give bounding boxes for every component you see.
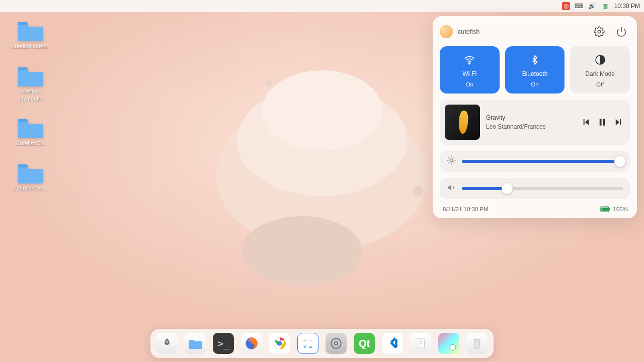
- album-art: [445, 105, 480, 140]
- dark-mode-toggle[interactable]: Dark Mode Off: [570, 46, 630, 94]
- quick-toggles: Wi-Fi On Bluetooth On Dark Mode Off: [440, 46, 630, 94]
- toggle-label: Dark Mode: [585, 70, 615, 77]
- slider-track[interactable]: [462, 160, 623, 163]
- dock-files[interactable]: [185, 333, 206, 354]
- wifi-toggle[interactable]: Wi-Fi On: [440, 46, 500, 94]
- toggle-state: On: [466, 81, 473, 87]
- dock-text-editor[interactable]: [410, 333, 431, 354]
- datetime-label: 8/11/21 10:30 PM: [443, 206, 489, 212]
- desktop-icon-label: cutefish-plymouth: [10, 88, 50, 103]
- svg-point-5: [266, 80, 272, 86]
- power-button[interactable]: [613, 23, 630, 40]
- dock-chrome[interactable]: [269, 333, 290, 354]
- svg-line-22: [448, 162, 449, 163]
- volume-slider[interactable]: [440, 178, 630, 199]
- dock-calculator[interactable]: + −× =: [297, 333, 318, 354]
- slider-track[interactable]: [462, 187, 623, 190]
- svg-point-4: [242, 216, 362, 287]
- keyboard-icon[interactable]: ⌨: [575, 2, 583, 10]
- desktop-icon-label: CutefishOS: [16, 140, 44, 147]
- svg-point-15: [450, 159, 453, 162]
- chrome-icon: [273, 336, 287, 350]
- cc-footer: 8/11/21 10:30 PM 100%: [440, 205, 630, 213]
- battery-status: 100%: [600, 206, 628, 212]
- firefox-icon: [245, 336, 259, 350]
- desktop-icons: cutefish-cursor cutefish-plymouth Cutefi…: [10, 20, 50, 193]
- svg-line-23: [453, 157, 454, 158]
- pause-icon: [598, 118, 607, 127]
- dock-qt[interactable]: Qt: [354, 333, 375, 354]
- terminal-icon: >_: [217, 337, 229, 349]
- svg-rect-13: [603, 119, 605, 126]
- user-avatar[interactable]: [440, 25, 453, 38]
- dock-settings[interactable]: [326, 333, 347, 354]
- volume-icon: [447, 183, 456, 194]
- folder-icon: [17, 20, 43, 41]
- svg-point-37: [450, 344, 456, 350]
- svg-point-31: [335, 342, 338, 345]
- desktop-icon-label: CutefishTech: [14, 186, 46, 193]
- svg-point-6: [413, 186, 423, 196]
- dock-terminal[interactable]: >_: [213, 333, 234, 354]
- svg-rect-11: [584, 119, 585, 125]
- svg-rect-12: [600, 119, 602, 126]
- media-controls: [582, 118, 623, 127]
- power-icon: [616, 26, 627, 37]
- folder-icon: [17, 65, 43, 86]
- dock-trash[interactable]: [466, 333, 488, 354]
- volume-tray-icon[interactable]: 🔊: [588, 2, 596, 10]
- slider-fill: [462, 187, 507, 190]
- control-center-panel: cutefish Wi-Fi On Bluetooth On Dark Mode…: [433, 16, 637, 218]
- vscode-icon: [386, 337, 399, 350]
- folder-icon: [17, 117, 43, 138]
- username-label: cutefish: [458, 28, 586, 35]
- track-artist: Leo Stannard/Frances: [486, 123, 576, 130]
- dock-firefox[interactable]: [241, 333, 262, 354]
- settings-button[interactable]: [591, 23, 608, 40]
- media-widget: Gravity Leo Stannard/Frances: [440, 100, 630, 145]
- brightness-icon: [447, 156, 456, 167]
- contrast-icon: [594, 53, 606, 66]
- battery-icon: [600, 206, 610, 212]
- folder-icon: [188, 337, 202, 349]
- dock-launcher[interactable]: [156, 333, 178, 354]
- document-icon: [415, 337, 426, 350]
- svg-rect-14: [620, 119, 621, 125]
- toggle-state: On: [531, 81, 538, 87]
- slider-thumb[interactable]: [502, 183, 513, 194]
- svg-line-19: [453, 162, 454, 163]
- svg-line-18: [448, 157, 449, 158]
- svg-point-32: [331, 338, 341, 348]
- dock-color-picker[interactable]: [438, 333, 459, 354]
- desktop-icon-label: cutefish-cursor: [12, 43, 48, 50]
- top-bar: ◎ ⌨ 🔊 ▥ 10:30 PM: [0, 0, 644, 12]
- dock: >_ + −× = Qt: [150, 329, 494, 358]
- desktop-folder-cutefish-plymouth[interactable]: cutefish-plymouth: [10, 65, 50, 103]
- slider-fill: [462, 160, 620, 163]
- desktop-folder-cutefish-cursor[interactable]: cutefish-cursor: [10, 20, 50, 50]
- brightness-slider[interactable]: [440, 151, 630, 172]
- tray-app-icon[interactable]: ◎: [562, 2, 570, 10]
- gear-icon: [594, 26, 605, 37]
- pause-button[interactable]: [598, 118, 607, 127]
- bluetooth-toggle[interactable]: Bluetooth On: [505, 46, 565, 94]
- toggle-label: Wi-Fi: [462, 70, 476, 77]
- gear-icon: [330, 337, 343, 350]
- svg-rect-25: [601, 208, 608, 211]
- dock-vscode[interactable]: [382, 333, 403, 354]
- folder-icon: [17, 162, 43, 184]
- svg-point-7: [598, 30, 601, 33]
- rocket-icon: [161, 337, 173, 349]
- qt-icon: Qt: [359, 338, 370, 349]
- skip-back-icon: [582, 118, 591, 127]
- desktop-folder-cutefishtech[interactable]: CutefishTech: [10, 162, 50, 193]
- skip-forward-icon: [614, 118, 623, 127]
- next-button[interactable]: [614, 118, 623, 127]
- battery-tray-icon[interactable]: ▥: [601, 2, 609, 10]
- cc-header: cutefish: [440, 23, 630, 40]
- slider-thumb[interactable]: [614, 156, 625, 167]
- prev-button[interactable]: [582, 118, 591, 127]
- desktop-folder-cutefishos[interactable]: CutefishOS: [10, 117, 50, 147]
- clock[interactable]: 10:30 PM: [614, 3, 640, 10]
- calculator-icon: + −× =: [303, 337, 313, 350]
